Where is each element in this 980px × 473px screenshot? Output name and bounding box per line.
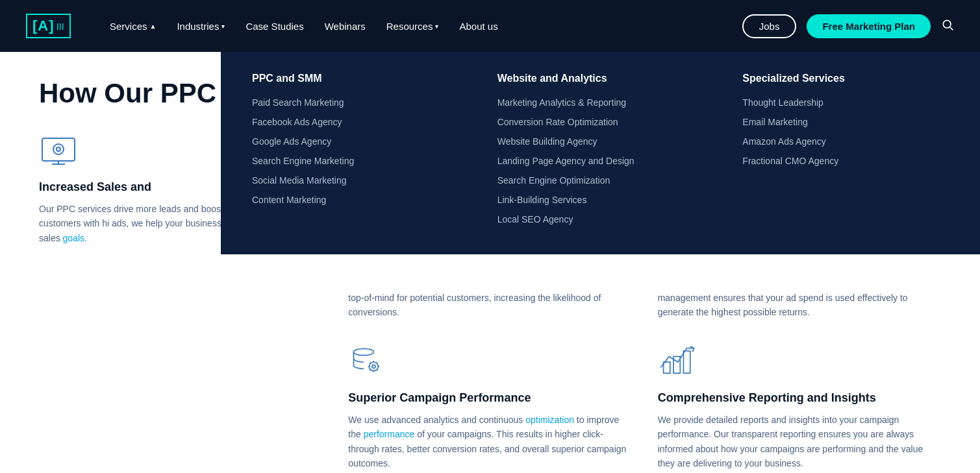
menu-item-email-marketing[interactable]: Email Marketing xyxy=(742,117,949,127)
svg-point-4 xyxy=(57,147,60,151)
feature-reporting-desc: We provide detailed reports and insights… xyxy=(658,413,941,471)
svg-point-10 xyxy=(372,365,375,368)
logo-box: [A] ||| xyxy=(26,14,71,38)
menu-col-ppc: PPC and SMM Paid Search Marketing Facebo… xyxy=(252,73,459,234)
feature-reporting: Comprehensive Reporting and Insights We … xyxy=(658,346,941,471)
industries-caret-icon: ▾ xyxy=(221,23,225,30)
svg-line-18 xyxy=(370,369,371,370)
feature-brand-desc: top-of-mind for potential customers, inc… xyxy=(348,291,631,320)
services-caret-icon: ▲ xyxy=(149,23,156,30)
header: [A] ||| Services ▲ Industries ▾ Case Stu… xyxy=(0,0,980,52)
jobs-button[interactable]: Jobs xyxy=(742,14,797,38)
menu-item-analytics[interactable]: Marketing Analytics & Reporting xyxy=(497,97,704,108)
menu-item-local-seo[interactable]: Local SEO Agency xyxy=(497,214,704,224)
svg-rect-19 xyxy=(663,362,670,373)
feature-superior-campaign: Superior Campaign Performance We use adv… xyxy=(348,346,631,471)
nav-webinars[interactable]: Webinars xyxy=(325,21,366,32)
menu-item-facebook-ads[interactable]: Facebook Ads Agency xyxy=(252,117,459,127)
menu-item-search-engine[interactable]: Search Engine Marketing xyxy=(252,156,459,166)
svg-point-3 xyxy=(53,144,64,154)
nav-actions: Jobs Free Marketing Plan xyxy=(742,14,954,38)
logo-letter: A xyxy=(38,18,49,34)
nav-services[interactable]: Services ▲ xyxy=(110,21,156,32)
svg-point-0 xyxy=(943,20,951,28)
menu-col-web: Website and Analytics Marketing Analytic… xyxy=(497,73,704,234)
monitor-eye-icon xyxy=(39,135,78,167)
menu-col-web-title: Website and Analytics xyxy=(497,73,704,84)
menu-col-ppc-title: PPC and SMM xyxy=(252,73,459,84)
resources-caret-icon: ▾ xyxy=(435,23,438,30)
svg-line-16 xyxy=(377,369,378,370)
bottom-feature-placeholder xyxy=(39,346,322,471)
nav-industries[interactable]: Industries ▾ xyxy=(177,21,225,32)
menu-item-fractional-cmo[interactable]: Fractional CMO Agency xyxy=(742,156,949,166)
svg-rect-21 xyxy=(683,351,690,373)
menu-item-thought-leadership[interactable]: Thought Leadership xyxy=(742,97,949,108)
menu-item-content[interactable]: Content Marketing xyxy=(252,195,459,205)
free-plan-button[interactable]: Free Marketing Plan xyxy=(807,14,931,38)
menu-item-link-building[interactable]: Link-Building Services xyxy=(497,195,704,205)
menu-item-google-ads[interactable]: Google Ads Agency xyxy=(252,136,459,147)
mega-menu: PPC and SMM Paid Search Marketing Facebo… xyxy=(221,52,980,254)
menu-item-paid-search[interactable]: Paid Search Marketing xyxy=(252,97,459,108)
svg-point-7 xyxy=(354,348,374,355)
menu-item-landing-page[interactable]: Landing Page Agency and Design xyxy=(497,156,704,166)
menu-item-cro[interactable]: Conversion Rate Optimization xyxy=(497,117,704,127)
bar-chart-up-icon xyxy=(658,346,697,378)
database-gear-icon xyxy=(348,346,387,378)
svg-line-17 xyxy=(377,363,378,363)
menu-item-social-media[interactable]: Social Media Marketing xyxy=(252,175,459,186)
menu-item-seo[interactable]: Search Engine Optimization xyxy=(497,175,704,186)
menu-col-specialized-title: Specialized Services xyxy=(742,73,949,84)
logo[interactable]: [A] ||| xyxy=(26,14,71,38)
svg-rect-2 xyxy=(42,138,75,161)
search-icon[interactable] xyxy=(941,18,954,34)
bottom-features: Superior Campaign Performance We use adv… xyxy=(39,346,941,471)
svg-rect-20 xyxy=(673,356,680,373)
feature-superior-desc: We use advanced analytics and continuous… xyxy=(348,413,631,471)
main-nav: Services ▲ Industries ▾ Case Studies Web… xyxy=(110,21,742,32)
feature-roi-desc: management ensures that your ad spend is… xyxy=(658,291,941,320)
feature-superior-title: Superior Campaign Performance xyxy=(348,391,631,405)
svg-line-15 xyxy=(370,363,371,363)
svg-line-1 xyxy=(950,27,953,30)
menu-col-specialized: Specialized Services Thought Leadership … xyxy=(742,73,949,234)
menu-item-amazon-ads[interactable]: Amazon Ads Agency xyxy=(742,136,949,147)
nav-case-studies[interactable]: Case Studies xyxy=(245,21,303,32)
menu-item-website-building[interactable]: Website Building Agency xyxy=(497,136,704,147)
feature-reporting-title: Comprehensive Reporting and Insights xyxy=(658,391,941,405)
nav-resources[interactable]: Resources ▾ xyxy=(386,21,439,32)
nav-about[interactable]: About us xyxy=(459,21,497,32)
